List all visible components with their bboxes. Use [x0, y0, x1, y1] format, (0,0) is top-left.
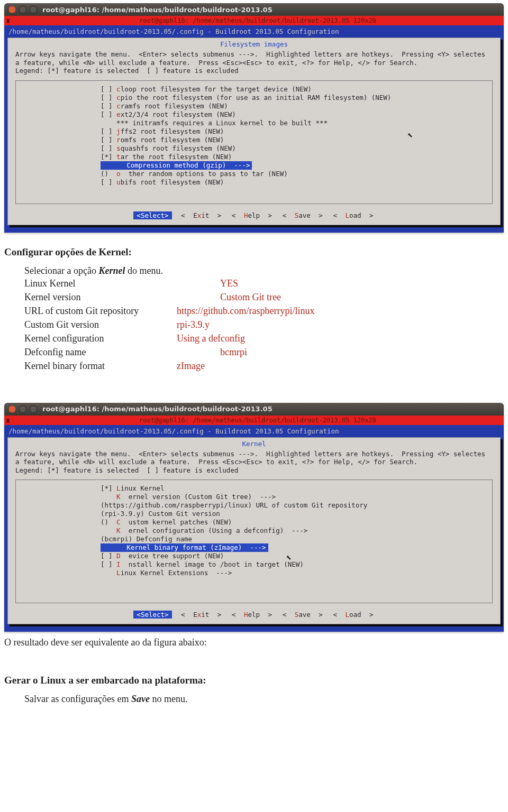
select-button[interactable]: <Select> — [133, 211, 171, 219]
section-heading-kernel: Configurar opções de Kernel: — [4, 246, 505, 258]
menu-item[interactable]: [ ] jffs2 root filesystem (NEW) — [101, 127, 492, 136]
menu-item[interactable]: [ ] I nstall kernel image to /boot in ta… — [101, 560, 492, 569]
config-label: URL of custom Git repository — [24, 304, 177, 318]
exit-button[interactable]: < Exit > — [180, 211, 222, 219]
config-value: Custom Git tree — [220, 290, 281, 304]
config-row: Kernel configurationUsing a defconfig — [24, 331, 505, 345]
menu-item[interactable]: (rpi-3.9.y) Custom Git version — [101, 510, 492, 518]
strip-close-icon[interactable]: x — [4, 417, 12, 424]
config-value: https://github.com/raspberrypi/linux — [177, 304, 314, 318]
minimize-icon[interactable] — [19, 6, 26, 13]
load-button[interactable]: < Load > — [332, 211, 374, 219]
menu-item[interactable]: [*] tar the root filesystem (NEW) — [101, 153, 492, 161]
help-button[interactable]: < Help > — [231, 211, 273, 219]
titlebar: root@gaphl16: /home/matheus/buildroot/bu… — [4, 403, 504, 416]
save-button[interactable]: < Save > — [282, 211, 324, 219]
window-title: root@gaphl16: /home/matheus/buildroot/bu… — [42, 405, 273, 413]
config-label: Custom Git version — [24, 318, 177, 331]
menu-item[interactable]: [ ] D evice tree support (NEW) — [101, 552, 492, 560]
menuconfig-panel: Filesystem images Arrow keys navigate th… — [7, 38, 501, 225]
menu-box: [*] Linux Kernel K ernel version (Custom… — [15, 479, 493, 603]
status-strip-text: root@gaphl16: /home/matheus/buildroot/bu… — [12, 417, 504, 424]
menu-item[interactable]: Linux Kernel Extensions ---> — [101, 569, 492, 577]
maximize-icon[interactable] — [30, 6, 37, 13]
menu-item[interactable]: *** initramfs requires a Linux kernel to… — [101, 119, 492, 127]
close-icon[interactable] — [8, 405, 16, 413]
section-heading-generate: Gerar o Linux a ser embarcado na platafo… — [4, 675, 505, 686]
menu-items[interactable]: [*] Linux Kernel K ernel version (Custom… — [101, 484, 492, 577]
select-button[interactable]: <Select> — [133, 611, 171, 619]
menu-item[interactable]: (bcmrpi) Defconfig name — [101, 535, 492, 543]
menu-item[interactable]: () o ther random options to pass to tar … — [101, 170, 492, 178]
panel-title: Filesystem images — [8, 38, 500, 49]
config-label: Linux Kernel — [24, 276, 220, 290]
status-strip: x root@gaphl16: /home/matheus/buildroot/… — [4, 16, 504, 25]
menu-item[interactable]: K ernel version (Custom Git tree) ---> — [101, 493, 492, 501]
menu-item[interactable]: [ ] ubifs root filesystem (NEW) — [101, 178, 492, 187]
menu-box: [ ] cloop root filesystem for the target… — [15, 80, 493, 204]
config-table: Linux KernelYESKernel versionCustom Git … — [24, 276, 505, 373]
config-label: Kernel version — [24, 290, 220, 304]
menu-item[interactable]: (https://github.com/raspberrypi/linux) U… — [101, 501, 492, 510]
exit-button[interactable]: < Exit > — [180, 611, 222, 619]
config-value: bcmrpi — [220, 345, 247, 359]
config-label: Defconfig name — [24, 345, 220, 359]
config-path: /home/matheus/buildroot/buildroot-2013.0… — [7, 426, 501, 437]
config-value: zImage — [177, 359, 205, 373]
config-label: Kernel binary format — [24, 359, 177, 373]
save-button[interactable]: < Save > — [282, 611, 324, 619]
menu-item[interactable]: () C ustom kernel patches (NEW) — [101, 518, 492, 527]
config-row: Defconfig namebcmrpi — [24, 345, 505, 359]
menu-item[interactable]: K ernel configuration (Using a defconfig… — [101, 527, 492, 535]
config-value: rpi-3.9.y — [177, 318, 210, 331]
config-row: URL of custom Git repositoryhttps://gith… — [24, 304, 505, 318]
strip-close-icon[interactable]: x — [4, 17, 12, 24]
terminal-window-1: root@gaphl16: /home/matheus/buildroot/bu… — [4, 3, 504, 233]
menu-item[interactable]: [*] Linux Kernel — [101, 484, 492, 493]
result-caption: O resultado deve ser equivalente ao da f… — [4, 637, 505, 648]
button-row: <Select> < Exit > < Help > < Save > < Lo… — [8, 211, 500, 219]
menu-item[interactable]: [ ] cpio the root filesystem (for use as… — [101, 94, 492, 102]
menu-item[interactable]: Compression method (gzip) ---> — [101, 161, 492, 170]
config-row: Custom Git versionrpi-3.9.y — [24, 318, 505, 331]
config-value: Using a defconfig — [177, 331, 245, 345]
load-button[interactable]: < Load > — [332, 611, 374, 619]
instruction-line: Selecionar a opção Kernel do menu. — [24, 265, 505, 276]
config-label: Kernel configuration — [24, 331, 177, 345]
menuconfig-panel: Kernel Arrow keys navigate the menu. <En… — [7, 437, 501, 625]
config-row: Linux KernelYES — [24, 276, 505, 290]
menu-item[interactable]: Kernel binary format (zImage) ---> — [101, 543, 492, 552]
panel-title: Kernel — [8, 438, 500, 449]
help-text: Arrow keys navigate the menu. <Enter> se… — [8, 449, 500, 478]
menu-item[interactable]: [ ] cloop root filesystem for the target… — [101, 85, 492, 94]
menu-item[interactable]: [ ] ext2/3/4 root filesystem (NEW) — [101, 110, 492, 119]
status-strip: x root@gaphl16: /home/matheus/buildroot/… — [4, 416, 504, 425]
config-row: Kernel binary formatzImage — [24, 359, 505, 373]
status-strip-text: root@gaphl16: /home/matheus/buildroot/bu… — [12, 17, 504, 24]
config-path: /home/matheus/buildroot/buildroot-2013.0… — [7, 26, 501, 38]
menu-items[interactable]: [ ] cloop root filesystem for the target… — [101, 85, 492, 187]
minimize-icon[interactable] — [19, 405, 26, 413]
titlebar: root@gaphl16: /home/matheus/buildroot/bu… — [4, 3, 504, 16]
button-row: <Select> < Exit > < Help > < Save > < Lo… — [8, 611, 500, 619]
help-text: Arrow keys navigate the menu. <Enter> se… — [8, 49, 500, 78]
window-title: root@gaphl16: /home/matheus/buildroot/bu… — [42, 6, 273, 14]
save-instruction: Salvar as configurações em Save no menu. — [24, 694, 505, 705]
config-row: Kernel versionCustom Git tree — [24, 290, 505, 304]
maximize-icon[interactable] — [30, 405, 37, 413]
menu-item[interactable]: [ ] cramfs root filesystem (NEW) — [101, 102, 492, 110]
menu-item[interactable]: [ ] romfs root filesystem (NEW) — [101, 136, 492, 144]
menu-item[interactable]: [ ] squashfs root filesystem (NEW) — [101, 144, 492, 153]
help-button[interactable]: < Help > — [231, 611, 273, 619]
terminal-window-2: root@gaphl16: /home/matheus/buildroot/bu… — [4, 403, 504, 632]
config-value: YES — [220, 276, 238, 290]
close-icon[interactable] — [8, 6, 16, 13]
